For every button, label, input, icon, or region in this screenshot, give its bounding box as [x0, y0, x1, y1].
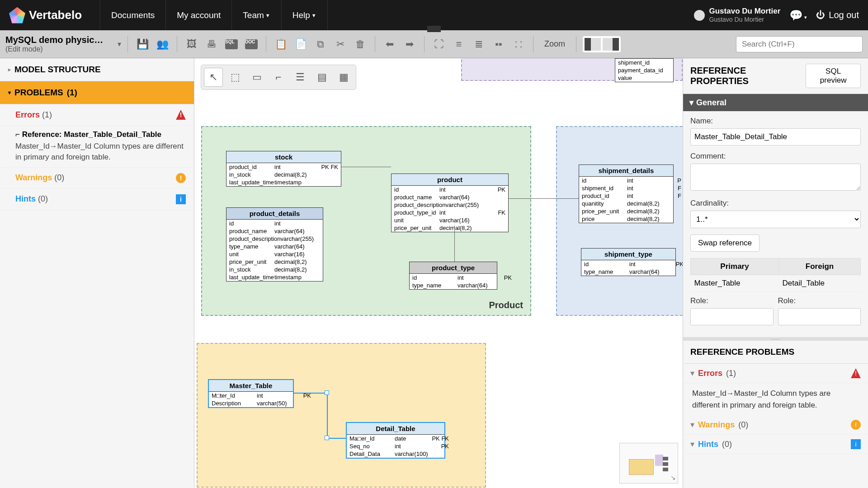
entity-column-row[interactable]: pricedecimal(8,2) — [579, 215, 673, 223]
entity-column-row[interactable]: in_stockdecimal(8,2) — [226, 171, 341, 178]
entity-master-table[interactable]: Master_Table M□ter_IdintPKDescriptionvar… — [208, 379, 294, 408]
save-icon[interactable]: 💾 — [134, 36, 151, 52]
general-section-header[interactable]: ▾ General — [683, 94, 868, 111]
sql-preview-button[interactable]: SQL preview — [806, 64, 861, 88]
logo[interactable]: Vertabelo — [9, 7, 82, 23]
entity-column-row[interactable]: product_descriptionvarchar(255) — [226, 235, 323, 243]
entity-column-row[interactable]: idintPK — [581, 260, 675, 268]
entity-column-row[interactable]: Seq_nointPK — [347, 442, 444, 450]
redo-icon[interactable]: ➡ — [401, 36, 418, 52]
role-input-foreign[interactable] — [778, 308, 861, 325]
cut-icon[interactable]: ✂ — [332, 36, 349, 52]
entity-column-row[interactable]: idintPK — [392, 186, 508, 193]
add-reference-icon[interactable]: ⌐ — [269, 68, 288, 87]
resize-handle[interactable]: ⋯⋯ — [683, 337, 868, 341]
entity-column-row[interactable]: idintPK — [410, 274, 497, 282]
entity-column-row[interactable]: M□ter_IdintPK — [209, 392, 293, 399]
add-view-icon[interactable]: ☰ — [291, 68, 310, 87]
entity-column-row[interactable]: type_namevarchar(64) — [226, 243, 323, 250]
entity-column-row[interactable]: product_namevarchar(64) — [392, 193, 508, 201]
user-block[interactable]: Gustavo Du Mortier Gustavo Du Mortier — [694, 7, 781, 23]
entity-column-row[interactable]: type_namevarchar(64) — [410, 282, 497, 289]
ref-warnings-row[interactable]: ▾ Warnings (0) ! — [683, 415, 868, 435]
pointer-tool-icon[interactable]: ↖ — [204, 68, 223, 87]
doc-title-block[interactable]: MySQL demo physic… (Edit mode) — [5, 35, 109, 53]
entity-column-row[interactable]: Ma□er_IddatePK FK — [347, 435, 444, 442]
nav-team[interactable]: Team▼ — [232, 0, 281, 30]
entity-column-row[interactable]: unitvarchar(16) — [392, 216, 508, 224]
chat-icon[interactable]: 💬▾ — [789, 9, 807, 22]
relationship-handle[interactable] — [325, 436, 329, 440]
entity-column-row[interactable]: last_update_timetimestamp — [226, 273, 323, 281]
relationship-handle[interactable] — [325, 390, 329, 395]
problem-detail[interactable]: ⌐ Reference: Master_Table_Detail_Table M… — [0, 126, 194, 168]
relationship-line-selected[interactable] — [327, 438, 346, 439]
relationship-line[interactable] — [341, 167, 391, 167]
role-input-primary[interactable] — [690, 308, 774, 325]
entity-column-row[interactable]: price_per_unitdecimal(8,2) — [226, 258, 323, 266]
chevron-down-icon[interactable]: ▾ — [118, 40, 121, 48]
entity-product-details[interactable]: product_details idintproduct_namevarchar… — [226, 207, 323, 282]
align-right-icon[interactable]: ≣ — [471, 36, 487, 52]
problems-header[interactable]: ▾ PROBLEMS (1) — [0, 81, 194, 104]
share-icon[interactable]: 👥 — [154, 36, 170, 52]
entity-detail-table[interactable]: Detail_Table Ma□er_IddatePK FKSeq_nointP… — [346, 422, 445, 459]
entity-column-row[interactable]: price_per_unitdecimal(8,2) — [579, 207, 673, 215]
relationship-line[interactable] — [454, 225, 455, 262]
search-input[interactable] — [736, 36, 863, 52]
duplicate-icon[interactable]: ⧉ — [312, 36, 329, 52]
relationship-line-selected[interactable] — [327, 393, 328, 438]
errors-row[interactable]: Errors (1) ! — [0, 104, 194, 126]
zoom-label[interactable]: Zoom — [544, 39, 565, 49]
logout-button[interactable]: ⏻ Log out — [816, 10, 859, 20]
copy-icon[interactable]: 📋 — [273, 36, 289, 52]
image-export-icon[interactable]: 🖼 — [184, 36, 200, 52]
entity-product[interactable]: product idintPKproduct_namevarchar(64)pr… — [391, 174, 509, 232]
ref-hints-row[interactable]: ▾ Hints (0) i — [683, 435, 868, 454]
nav-help[interactable]: Help▼ — [282, 0, 328, 30]
add-area-icon[interactable]: ▦ — [334, 68, 353, 87]
layout-left-button[interactable] — [585, 38, 601, 51]
entity-column-row[interactable]: product_idintPK FK — [226, 163, 341, 171]
doc-export-button[interactable]: DOC — [243, 36, 259, 52]
area-yellow[interactable] — [197, 343, 486, 488]
nav-documents[interactable]: Documents — [100, 0, 166, 30]
undo-icon[interactable]: ⬅ — [382, 36, 398, 52]
model-structure-header[interactable]: ▸ MODEL STRUCTURE — [0, 58, 194, 81]
layout-right-button[interactable] — [603, 38, 619, 51]
entity-column-row[interactable]: in_stockdecimal(8,2) — [226, 266, 323, 273]
canvas[interactable]: shipment_id payment_data_id value Produc… — [194, 58, 683, 488]
entity-shipment-type[interactable]: shipment_type idintPKtype_namevarchar(64… — [581, 248, 676, 276]
entity-column-row[interactable]: Detail_Datavarchar(100) — [347, 450, 444, 458]
minimap[interactable]: ↘ — [619, 443, 678, 483]
relationship-line-selected[interactable] — [294, 393, 328, 394]
delete-icon[interactable]: 🗑 — [352, 36, 368, 52]
fit-icon[interactable]: ⛶ — [431, 36, 447, 52]
entity-column-row[interactable]: shipment_idintF — [579, 184, 673, 192]
entity-product-type[interactable]: product_type idintPKtype_namevarchar(64) — [409, 262, 497, 290]
select-area-icon[interactable]: ⬚ — [226, 68, 245, 87]
sql-export-button[interactable]: SQL — [223, 36, 240, 52]
entity-column-row[interactable]: type_namevarchar(64) — [581, 268, 675, 276]
swap-reference-button[interactable]: Swap reference — [690, 235, 760, 252]
hints-row[interactable]: Hints (0) i — [0, 189, 194, 210]
entity-shipment-details[interactable]: shipment_details idintPshipment_idintFpr… — [579, 164, 674, 223]
nav-my-account[interactable]: My account — [166, 0, 232, 30]
add-note-icon[interactable]: ▤ — [312, 68, 331, 87]
cardinality-select[interactable]: 1..* — [690, 211, 861, 228]
entity-column-row[interactable]: product_idintF — [579, 192, 673, 200]
toolbar-tab-handle[interactable] — [427, 26, 441, 32]
print-icon[interactable]: 🖶 — [203, 36, 220, 52]
entity-partial[interactable]: shipment_id payment_data_id value — [615, 58, 674, 82]
add-table-icon[interactable]: ▭ — [247, 68, 266, 87]
entity-column-row[interactable]: price_per_unitdecimal(8,2) — [392, 224, 508, 232]
ref-errors-row[interactable]: ▾ Errors (1) ! — [683, 364, 868, 383]
distribute-h-icon[interactable]: ▪▪ — [491, 36, 507, 52]
entity-stock[interactable]: stock product_idintPK FKin_stockdecimal(… — [226, 151, 341, 187]
entity-column-row[interactable]: product_descriptionvarchar(255) — [392, 201, 508, 209]
entity-column-row[interactable]: unitvarchar(16) — [226, 250, 323, 258]
entity-column-row[interactable]: Descriptionvarchar(50) — [209, 399, 293, 407]
entity-column-row[interactable]: idintP — [579, 177, 673, 184]
entity-column-row[interactable]: last_update_timetimestamp — [226, 178, 341, 186]
name-input[interactable] — [690, 128, 861, 145]
